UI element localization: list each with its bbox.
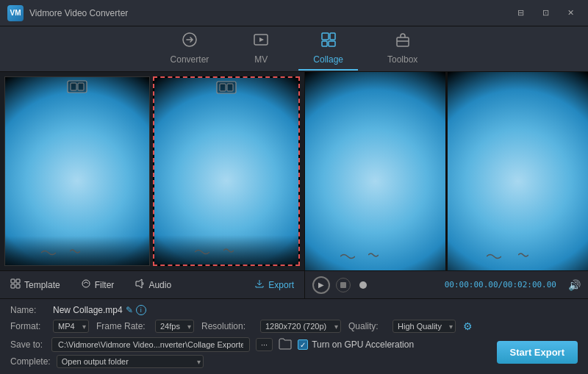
svg-rect-12 — [220, 84, 226, 91]
format-label: Format: — [10, 321, 46, 331]
name-edit-icon[interactable]: ✎ — [126, 305, 133, 315]
video-slot-1-content — [5, 77, 149, 265]
preview-bird-4 — [518, 251, 528, 259]
tab-converter[interactable]: Converter — [156, 27, 224, 71]
format-select-wrapper: MP4 — [53, 320, 89, 333]
resolution-select[interactable]: 1280x720 (720p) — [260, 320, 341, 333]
bird-3 — [195, 247, 209, 257]
tab-toolbox[interactable]: Toolbox — [373, 27, 432, 71]
preview-bird-2 — [368, 251, 379, 259]
stop-icon — [340, 282, 346, 288]
format-select[interactable]: MP4 — [53, 320, 89, 333]
preview-canvas — [305, 72, 588, 270]
svg-rect-6 — [397, 37, 409, 46]
settings-panel: Name: New Collage.mp4 ✎ i Format: MP4 Fr… — [0, 298, 588, 374]
video-slot-2-content — [154, 78, 298, 265]
time-total: 00:02:00.00 — [503, 280, 556, 290]
preview-slot-1 — [305, 72, 445, 270]
save-row: Save to: ··· Turn on GPU Acceleration — [10, 337, 578, 352]
video-slot-2[interactable] — [153, 76, 300, 266]
export-icon — [254, 278, 265, 291]
svg-rect-14 — [11, 279, 15, 283]
bird-1 — [41, 248, 56, 258]
complete-label: Complete: — [10, 356, 51, 367]
framerate-select[interactable]: 24fps — [155, 320, 194, 333]
title-bar: VM Vidmore Video Converter ⊟ ⊡ ✕ — [0, 0, 588, 26]
gpu-check: Turn on GPU Acceleration — [298, 339, 414, 350]
preview-bird-3 — [487, 251, 501, 262]
folder-icon[interactable] — [279, 338, 292, 352]
stop-button[interactable] — [336, 278, 351, 292]
collage-icon — [320, 32, 337, 51]
main-content: Template Filter Audio — [0, 72, 588, 298]
name-label: Name: — [10, 305, 46, 315]
video-canvas — [0, 72, 304, 270]
logo-text: VM — [10, 9, 21, 17]
minimize-button[interactable]: ⊟ — [510, 5, 531, 21]
preview-controls: ▶ 00:00:00.00/00:02:00.00 🔊 — [305, 270, 588, 298]
svg-rect-13 — [227, 84, 233, 91]
export-button[interactable]: Export — [250, 276, 298, 294]
filter-icon — [81, 278, 91, 291]
quality-label: Quality: — [348, 321, 385, 331]
toolbox-icon — [395, 32, 411, 51]
svg-rect-9 — [71, 83, 76, 90]
progress-indicator — [359, 281, 367, 289]
start-export-button[interactable]: Start Export — [497, 341, 578, 364]
svg-rect-10 — [78, 83, 84, 90]
nav-tabs: Converter MV Collage — [0, 26, 588, 72]
slot-1-icon — [67, 80, 87, 96]
export-label: Export — [268, 280, 294, 290]
filter-button[interactable]: Filter — [76, 276, 119, 294]
preview-slot-2 — [448, 72, 588, 270]
tab-converter-label: Converter — [171, 54, 209, 65]
tab-collage[interactable]: Collage — [298, 27, 358, 71]
close-button[interactable]: ✕ — [560, 5, 581, 21]
video-slot-1[interactable] — [4, 76, 150, 266]
quality-select[interactable]: High Quality — [392, 320, 456, 333]
maximize-button[interactable]: ⊡ — [535, 5, 556, 21]
name-info-icon[interactable]: i — [136, 305, 146, 315]
complete-row: Complete: Open output folder — [10, 355, 578, 368]
svg-rect-3 — [330, 33, 335, 40]
framerate-label: Frame Rate: — [96, 321, 148, 331]
audio-button[interactable]: Audio — [130, 276, 176, 294]
filter-label: Filter — [95, 280, 115, 290]
resolution-select-wrapper: 1280x720 (720p) — [260, 320, 341, 333]
app-title: Vidmore Video Converter — [29, 8, 510, 18]
gpu-checkbox[interactable] — [298, 339, 308, 350]
format-row: Format: MP4 Frame Rate: 24fps Resolution… — [10, 320, 578, 333]
left-panel: Template Filter Audio — [0, 72, 305, 298]
audio-icon — [135, 278, 145, 291]
time-current: 00:00:00.00 — [445, 280, 498, 290]
app-logo: VM — [7, 5, 24, 21]
right-panel: ▶ 00:00:00.00/00:02:00.00 🔊 — [305, 72, 588, 298]
resolution-label: Resolution: — [201, 321, 253, 331]
svg-rect-5 — [329, 41, 335, 46]
mv-icon — [253, 32, 269, 51]
complete-select[interactable]: Open output folder — [57, 355, 204, 368]
volume-icon[interactable]: 🔊 — [568, 279, 581, 291]
settings-gear-icon[interactable]: ⚙ — [463, 320, 473, 332]
template-icon — [10, 278, 21, 291]
preview-bird-1 — [340, 251, 355, 262]
svg-rect-4 — [322, 41, 327, 46]
gpu-label: Turn on GPU Acceleration — [312, 339, 414, 350]
save-path-input[interactable] — [51, 337, 250, 352]
svg-rect-16 — [11, 284, 15, 288]
browse-button[interactable]: ··· — [256, 338, 273, 351]
tab-mv-label: MV — [254, 54, 268, 65]
name-text: New Collage.mp4 — [53, 305, 123, 315]
name-row: Name: New Collage.mp4 ✎ i — [10, 305, 578, 315]
template-button[interactable]: Template — [6, 276, 65, 294]
left-toolbar: Template Filter Audio — [0, 270, 304, 298]
svg-marker-19 — [136, 279, 142, 288]
play-button[interactable]: ▶ — [312, 276, 330, 294]
svg-rect-17 — [16, 284, 20, 288]
name-value: New Collage.mp4 ✎ i — [53, 305, 146, 315]
time-display: 00:00:00.00/00:02:00.00 — [445, 280, 556, 290]
slot-2-icon — [216, 81, 237, 96]
tab-mv[interactable]: MV — [238, 27, 284, 71]
preview-slot-1-content — [305, 72, 445, 270]
bird-4 — [223, 247, 234, 254]
